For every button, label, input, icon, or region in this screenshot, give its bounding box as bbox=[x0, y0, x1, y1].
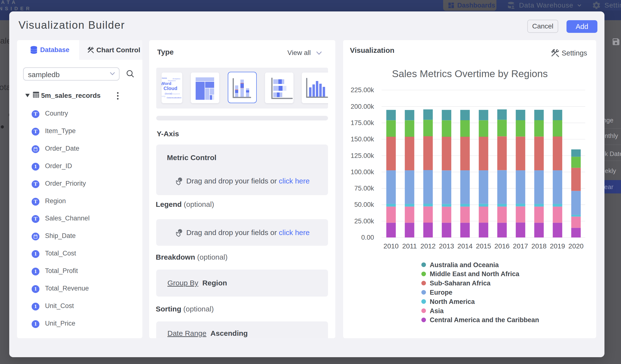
svg-text:2019: 2019 bbox=[550, 242, 565, 250]
svg-text:50.00k: 50.00k bbox=[354, 201, 374, 208]
svg-text:Europe: Europe bbox=[430, 289, 452, 296]
svg-text:100.00k: 100.00k bbox=[351, 168, 374, 176]
svg-text:North America: North America bbox=[430, 298, 475, 305]
svg-text:2016: 2016 bbox=[495, 242, 510, 250]
svg-text:75.00k: 75.00k bbox=[354, 185, 374, 192]
svg-text:2010: 2010 bbox=[383, 242, 398, 250]
svg-text:225.00k: 225.00k bbox=[351, 86, 374, 94]
svg-text:25.00k: 25.00k bbox=[354, 218, 374, 225]
svg-text:Australia and Oceania: Australia and Oceania bbox=[430, 261, 499, 269]
svg-text:Sub-Saharan Africa: Sub-Saharan Africa bbox=[430, 279, 491, 287]
svg-text:2017: 2017 bbox=[513, 242, 528, 250]
svg-text:0.00: 0.00 bbox=[361, 234, 374, 241]
svg-text:2013: 2013 bbox=[439, 242, 454, 250]
svg-text:2018: 2018 bbox=[532, 242, 547, 250]
svg-text:2014: 2014 bbox=[457, 242, 473, 250]
svg-text:150.00k: 150.00k bbox=[351, 136, 374, 143]
svg-text:2012: 2012 bbox=[420, 242, 436, 250]
svg-text:2011: 2011 bbox=[402, 242, 417, 250]
svg-text:Asia: Asia bbox=[430, 307, 444, 315]
svg-text:2020: 2020 bbox=[569, 242, 584, 250]
svg-text:200.00k: 200.00k bbox=[351, 103, 374, 110]
svg-text:Sales Metrics Overtime by Regi: Sales Metrics Overtime by Regions bbox=[392, 68, 548, 79]
svg-text:125.00k: 125.00k bbox=[351, 152, 374, 159]
svg-text:Middle East and North Africa: Middle East and North Africa bbox=[430, 270, 519, 278]
svg-text:Central America and the Caribb: Central America and the Caribbean bbox=[430, 316, 539, 324]
svg-text:175.00k: 175.00k bbox=[351, 119, 374, 126]
svg-text:2015: 2015 bbox=[476, 242, 491, 250]
